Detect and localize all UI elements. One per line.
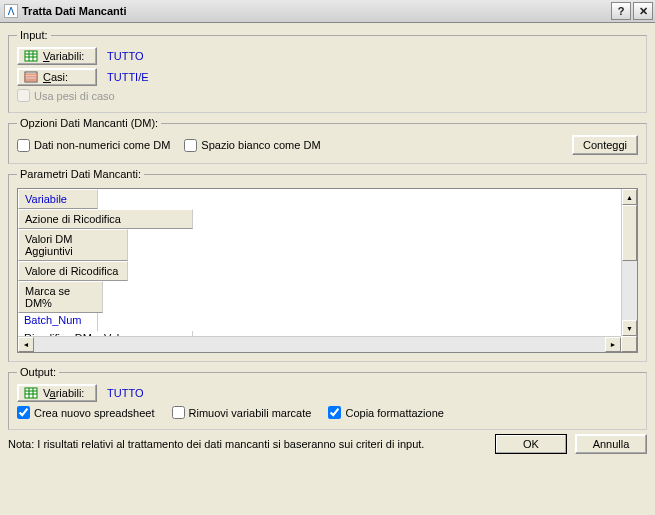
input-legend: Input: [17,29,51,41]
variabili-input-button[interactable]: Variabili: [17,47,97,65]
params-group: Parametri Dati Mancanti: Variabile Azion… [8,168,647,362]
options-legend: Opzioni Dati Mancanti (DM): [17,117,161,129]
window-title: Tratta Dati Mancanti [22,5,127,17]
vertical-scrollbar[interactable]: ▲ ▼ [621,189,637,336]
copia-input[interactable] [328,406,341,419]
usa-pesi-input [17,89,30,102]
non-numerici-checkbox[interactable]: Dati non-numerici come DM [17,139,170,152]
svg-rect-8 [25,388,37,398]
output-group: Output: Variabili: TUTTO Crea nuovo spre… [8,366,647,430]
spazio-bianco-input[interactable] [184,139,197,152]
app-icon: Λ [4,4,18,18]
ok-button[interactable]: OK [495,434,567,454]
cases-icon [24,71,38,83]
col-valori-dm[interactable]: Valori DM Aggiuntivi [18,229,128,261]
scroll-corner [621,336,637,352]
input-group: Input: Variabili: TUTTO Casi: TUTTI/E Us… [8,29,647,113]
params-table: Variabile Azione di Ricodifica Valori DM… [17,188,638,353]
variabili-output-value: TUTTO [107,387,143,399]
sheet-icon [24,387,38,399]
options-group: Opzioni Dati Mancanti (DM): Dati non-num… [8,117,647,164]
close-button[interactable]: ✕ [633,2,653,20]
spazio-bianco-checkbox[interactable]: Spazio bianco come DM [184,139,320,152]
help-button[interactable]: ? [611,2,631,20]
usa-pesi-checkbox: Usa pesi di caso [17,89,115,102]
output-legend: Output: [17,366,59,378]
params-legend: Parametri Dati Mancanti: [17,168,144,180]
footer-note: Nota: I risultati relativi al trattament… [8,438,495,450]
svg-rect-6 [25,74,37,77]
scroll-up-icon[interactable]: ▲ [622,189,637,205]
casi-value: TUTTI/E [107,71,149,83]
horizontal-scrollbar[interactable]: ◄ ► [18,336,621,352]
rimuovi-checkbox[interactable]: Rimuovi variabili marcate [172,406,312,419]
crea-nuovo-input[interactable] [17,406,30,419]
cancel-button[interactable]: Annulla [575,434,647,454]
svg-rect-0 [25,51,37,61]
sheet-icon [24,50,38,62]
conteggi-button[interactable]: Conteggi [572,135,638,155]
svg-rect-7 [25,79,37,81]
titlebar: Λ Tratta Dati Mancanti ? ✕ [0,0,655,23]
variabili-input-value: TUTTO [107,50,143,62]
non-numerici-input[interactable] [17,139,30,152]
copia-checkbox[interactable]: Copia formattazione [328,406,443,419]
scroll-down-icon[interactable]: ▼ [622,320,637,336]
scroll-right-icon[interactable]: ► [605,337,621,352]
col-valore-ricod[interactable]: Valore di Ricodifica [18,261,128,281]
rimuovi-input[interactable] [172,406,185,419]
crea-nuovo-checkbox[interactable]: Crea nuovo spreadsheet [17,406,154,419]
col-marca[interactable]: Marca se DM% [18,281,103,313]
col-variabile[interactable]: Variabile [18,189,98,209]
scroll-left-icon[interactable]: ◄ [18,337,34,352]
scroll-thumb[interactable] [622,205,637,261]
table-header: Variabile Azione di Ricodifica Valori DM… [18,189,621,313]
variabili-output-button[interactable]: Variabili: [17,384,97,402]
casi-button[interactable]: Casi: [17,68,97,86]
col-azione[interactable]: Azione di Ricodifica [18,209,193,229]
